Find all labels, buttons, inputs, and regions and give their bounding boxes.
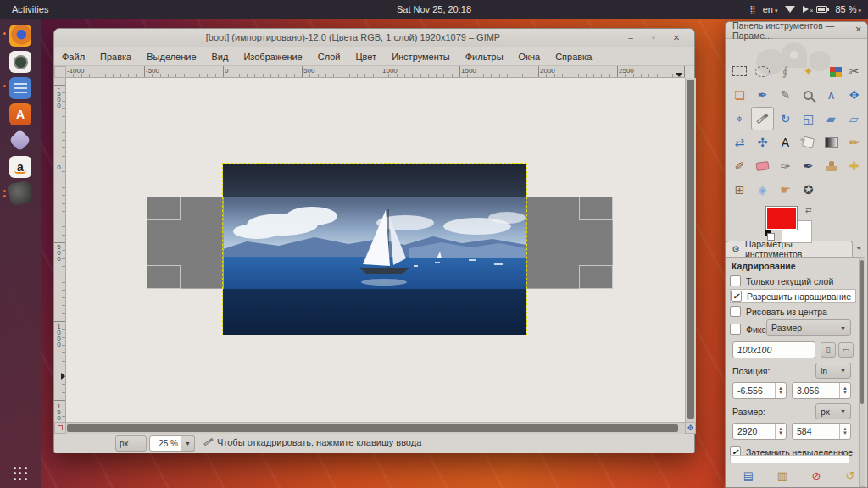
minimize-button[interactable]: – <box>623 31 638 45</box>
ink-tool[interactable]: ✒ <box>797 154 820 178</box>
close-icon[interactable]: ✕ <box>855 25 862 34</box>
unit-dropdown[interactable]: px▼ <box>115 435 147 452</box>
spinner-arrows-icon[interactable]: ▲▼ <box>839 383 850 398</box>
horizontal-scrollbar[interactable] <box>66 422 685 434</box>
keyboard-indicator-icon[interactable]: ⣿ <box>749 5 754 14</box>
option-allow-growing[interactable]: ✔ Разрешить наращивание <box>730 289 856 303</box>
free-select-tool[interactable]: ∮ <box>774 59 797 83</box>
dock-item-gem-app[interactable] <box>9 130 31 152</box>
menu-Вид[interactable]: Вид <box>204 52 236 62</box>
scrollbar-handle[interactable] <box>687 80 694 419</box>
shear-tool[interactable]: ▰ <box>820 107 843 130</box>
gradient-tool[interactable] <box>820 130 843 154</box>
swap-colors-icon[interactable]: ⇄ <box>805 206 812 214</box>
option-expand-from-center[interactable]: Рисовать из центра <box>730 304 856 319</box>
fixed-size-entry[interactable]: 100x100 <box>732 341 815 358</box>
gimp-titlebar[interactable]: [boot] (импортировано)-12.0 (Цвета RGB, … <box>54 29 694 47</box>
menu-Фильтры[interactable]: Фильтры <box>458 52 511 62</box>
ellipse-select-tool[interactable] <box>751 59 774 83</box>
spinner-arrows-icon[interactable]: ▲▼ <box>839 424 850 439</box>
dock-item-firefox[interactable] <box>9 25 31 47</box>
scissors-select-tool[interactable]: ✂ <box>843 59 865 83</box>
position-unit-dropdown[interactable]: in▼ <box>815 363 851 379</box>
volume-muted-icon[interactable] <box>803 6 809 13</box>
dock-item-camera-app[interactable] <box>9 51 31 73</box>
paths-tool[interactable]: ✒ <box>751 83 774 107</box>
scrollbar-handle[interactable] <box>67 424 678 432</box>
paintbrush-tool[interactable]: ✐ <box>728 154 751 178</box>
size-width-spinbox[interactable]: 2920▲▼ <box>732 423 787 440</box>
show-applications-button[interactable] <box>0 463 41 485</box>
rotate-tool[interactable]: ↻ <box>774 107 797 130</box>
spinner-arrows-icon[interactable]: ▲▼ <box>775 383 786 398</box>
restore-preset-button[interactable]: ▥ <box>771 466 793 485</box>
heal-tool[interactable]: ✚ <box>843 154 865 178</box>
crop-handle-bottom-left[interactable] <box>147 265 181 289</box>
navigation-button[interactable]: ✥ <box>685 422 696 434</box>
menu-Выделение[interactable]: Выделение <box>139 52 203 62</box>
menu-Изображение[interactable]: Изображение <box>236 52 309 62</box>
crop-tool[interactable] <box>751 107 774 130</box>
crop-handle-top-left[interactable] <box>147 197 181 220</box>
menu-Справка[interactable]: Справка <box>548 52 599 62</box>
ruler-origin-button[interactable] <box>54 66 66 78</box>
save-preset-button[interactable]: ▤ <box>737 466 760 485</box>
portrait-toggle-button[interactable]: ▯ <box>821 342 836 358</box>
collapse-panel-button[interactable]: ◂ <box>856 243 860 252</box>
default-colors-icon[interactable] <box>765 230 775 241</box>
dock-item-amazon[interactable]: a <box>9 156 31 178</box>
scale-tool[interactable]: ◱ <box>797 107 820 130</box>
dock-item-file-cabinet[interactable] <box>9 77 31 99</box>
menu-Файл[interactable]: Файл <box>54 52 92 62</box>
input-language-menu[interactable]: en▾ <box>763 4 778 14</box>
menu-Цвет[interactable]: Цвет <box>348 52 384 62</box>
crop-handle-top-right[interactable] <box>579 197 613 220</box>
zoom-dropdown-button[interactable]: ▼ <box>181 435 195 452</box>
move-tool[interactable]: ✥ <box>843 83 865 107</box>
size-height-spinbox[interactable]: 584▲▼ <box>792 423 851 440</box>
smudge-tool[interactable]: ☛ <box>774 178 797 202</box>
pencil-tool[interactable]: ✏ <box>843 130 865 154</box>
perspective-clone-tool[interactable]: ⊞ <box>728 178 751 202</box>
eraser-tool[interactable] <box>751 154 774 178</box>
menu-Правка[interactable]: Правка <box>92 52 139 62</box>
perspective-tool[interactable]: ▱ <box>843 107 865 130</box>
menu-Инструменты[interactable]: Инструменты <box>384 52 458 62</box>
sailboat-image[interactable] <box>223 164 526 335</box>
color-picker-tool[interactable]: ✎ <box>774 83 797 107</box>
maximize-button[interactable]: ▫ <box>646 31 661 45</box>
zoom-tool[interactable] <box>797 83 820 107</box>
clock[interactable]: Sat Nov 25, 20:18 <box>0 4 868 14</box>
horizontal-ruler[interactable]: -1000-50005001000150020002500 <box>66 66 685 78</box>
position-x-spinbox[interactable]: -6.556▲▼ <box>732 382 787 399</box>
select-by-color-tool[interactable] <box>820 59 843 83</box>
position-y-spinbox[interactable]: 3.056▲▼ <box>792 382 851 399</box>
airbrush-tool[interactable]: ✑ <box>774 154 797 178</box>
battery-menu[interactable]: 85 %▾ <box>835 4 861 14</box>
flip-tool[interactable]: ⇄ <box>728 130 751 154</box>
dock-item-ubuntu-software[interactable]: A <box>9 103 31 125</box>
clone-tool[interactable] <box>820 154 843 178</box>
blur-sharpen-tool[interactable]: ◈ <box>751 178 774 202</box>
size-unit-dropdown[interactable]: px▼ <box>815 403 851 419</box>
delete-preset-button[interactable]: ⊘ <box>805 466 827 485</box>
dock-item-screenshot-tool[interactable] <box>9 182 31 204</box>
zoom-entry[interactable]: 25 % <box>149 435 181 452</box>
menu-Окна[interactable]: Окна <box>511 52 548 62</box>
close-button[interactable]: ✕ <box>669 31 684 45</box>
toolbox-titlebar[interactable]: Панель инструментов — Параме... ✕ <box>726 22 867 39</box>
vertical-scrollbar[interactable] <box>685 78 696 422</box>
dodge-burn-tool[interactable]: ✪ <box>797 178 820 202</box>
bucket-fill-tool[interactable] <box>797 130 820 154</box>
text-tool[interactable]: A <box>774 130 797 154</box>
vertical-ruler[interactable]: -500050010001500 <box>54 78 66 422</box>
foreground-color-swatch[interactable] <box>766 207 797 230</box>
measure-tool[interactable]: ∧ <box>820 83 843 107</box>
foreground-select-tool[interactable]: ❏ <box>728 83 751 107</box>
checkbox[interactable] <box>730 306 741 317</box>
rectangle-select-tool[interactable] <box>728 59 751 83</box>
canvas[interactable] <box>66 78 685 422</box>
scrollbar-handle[interactable] <box>860 260 864 404</box>
landscape-toggle-button[interactable]: ▭ <box>838 342 854 358</box>
spinner-arrows-icon[interactable]: ▲▼ <box>775 424 786 439</box>
